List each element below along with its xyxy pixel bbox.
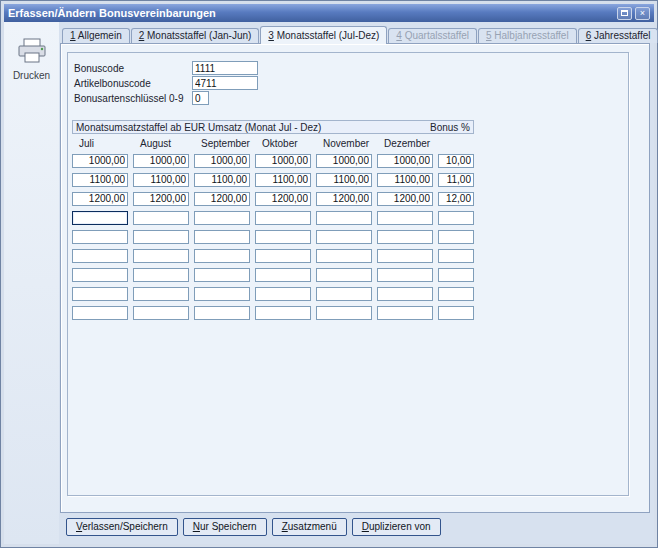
cell-input-august-row2[interactable] (133, 173, 189, 187)
cell-input-september-row3[interactable] (194, 192, 250, 206)
cell-input-oktober-row2[interactable] (255, 173, 311, 187)
bonus-input-row8[interactable] (438, 287, 474, 301)
tab-monatsstaffel-jan-jun[interactable]: 2 Monatsstaffel (Jan-Jun) (131, 28, 260, 43)
close-button[interactable]: × (635, 7, 650, 20)
bonus-input-row2[interactable] (438, 173, 474, 187)
column-header-dezember: Dezember (377, 138, 438, 149)
cell-input-oktober-row1[interactable] (255, 154, 311, 168)
cell-input-september-row5[interactable] (194, 230, 250, 244)
duplizieren-von-button[interactable]: Duplizieren von (352, 518, 441, 536)
cell-input-november-row6[interactable] (316, 249, 372, 263)
cell (133, 245, 194, 263)
bonuscode-input[interactable] (192, 61, 258, 75)
cell-input-juli-row7[interactable] (72, 268, 128, 282)
tab-jahresstaffel[interactable]: 6 Jahresstaffel (578, 28, 658, 43)
cell-input-november-row7[interactable] (316, 268, 372, 282)
artikelbonuscode-input[interactable] (192, 76, 258, 90)
bonus-input-row5[interactable] (438, 230, 474, 244)
bonus-input-row7[interactable] (438, 268, 474, 282)
cell (133, 226, 194, 244)
cell-input-august-row5[interactable] (133, 230, 189, 244)
tab-monatsstaffel-jul-dez[interactable]: 3 Monatsstaffel (Jul-Dez) (260, 26, 387, 44)
cell (72, 188, 133, 206)
cell-input-juli-row2[interactable] (72, 173, 128, 187)
bonusartenschluessel-input[interactable] (192, 91, 209, 105)
cell-input-juli-row8[interactable] (72, 287, 128, 301)
column-header-oktober: Oktober (255, 138, 316, 149)
cell-input-juli-row9[interactable] (72, 306, 128, 320)
cell (133, 188, 194, 206)
bonus-input-row4[interactable] (438, 211, 474, 225)
cell-input-dezember-row6[interactable] (377, 249, 433, 263)
bonus-input-row9[interactable] (438, 306, 474, 320)
cell-input-september-row8[interactable] (194, 287, 250, 301)
tab-label: Quartalsstaffel (402, 30, 469, 41)
cell-input-dezember-row5[interactable] (377, 230, 433, 244)
bonus-input-row1[interactable] (438, 154, 474, 168)
cell-input-august-row9[interactable] (133, 306, 189, 320)
cell-input-juli-row6[interactable] (72, 249, 128, 263)
cell (133, 150, 194, 168)
cell-input-dezember-row9[interactable] (377, 306, 433, 320)
staffel-row (72, 207, 628, 225)
cell-input-september-row1[interactable] (194, 154, 250, 168)
verlassen-speichern-button[interactable]: Verlassen/Speichern (66, 518, 178, 536)
cell (377, 302, 438, 320)
cell-input-juli-row1[interactable] (72, 154, 128, 168)
cell-input-november-row4[interactable] (316, 211, 372, 225)
bonus-input-row6[interactable] (438, 249, 474, 263)
cell-input-september-row4[interactable] (194, 211, 250, 225)
staffel-row (72, 150, 628, 168)
cell-input-august-row1[interactable] (133, 154, 189, 168)
bonus-cell (438, 188, 474, 206)
cell-input-juli-row4[interactable] (72, 211, 128, 225)
zusatzmenü-button[interactable]: Zusatzmenü (272, 518, 347, 536)
cell-input-oktober-row5[interactable] (255, 230, 311, 244)
cell-input-oktober-row9[interactable] (255, 306, 311, 320)
cell-input-oktober-row4[interactable] (255, 211, 311, 225)
cell-input-juli-row5[interactable] (72, 230, 128, 244)
column-header-november: November (316, 138, 377, 149)
cell-input-august-row6[interactable] (133, 249, 189, 263)
cell-input-september-row7[interactable] (194, 268, 250, 282)
cell-input-november-row8[interactable] (316, 287, 372, 301)
cell-input-dezember-row3[interactable] (377, 192, 433, 206)
footer-buttons: Verlassen/SpeichernNur SpeichernZusatzme… (66, 518, 441, 536)
cell-input-juli-row3[interactable] (72, 192, 128, 206)
tab-allgemein[interactable]: 1 Allgemein (62, 28, 130, 43)
cell-input-august-row3[interactable] (133, 192, 189, 206)
cell-input-august-row4[interactable] (133, 211, 189, 225)
bonus-cell (438, 169, 474, 187)
cell (133, 302, 194, 320)
cell (316, 245, 377, 263)
cell-input-oktober-row8[interactable] (255, 287, 311, 301)
cell-input-november-row3[interactable] (316, 192, 372, 206)
cell (133, 169, 194, 187)
cell (255, 169, 316, 187)
cell-input-dezember-row1[interactable] (377, 154, 433, 168)
cell-input-september-row9[interactable] (194, 306, 250, 320)
app-window: Erfassen/Ändern Bonusvereinbarungen × Dr… (0, 0, 658, 548)
cell (316, 302, 377, 320)
cell-input-november-row5[interactable] (316, 230, 372, 244)
cell-input-dezember-row7[interactable] (377, 268, 433, 282)
bonus-input-row3[interactable] (438, 192, 474, 206)
cell-input-september-row6[interactable] (194, 249, 250, 263)
cell-input-november-row9[interactable] (316, 306, 372, 320)
bonus-cell (438, 283, 474, 301)
cell-input-august-row7[interactable] (133, 268, 189, 282)
cell-input-dezember-row4[interactable] (377, 211, 433, 225)
cell-input-august-row8[interactable] (133, 287, 189, 301)
restore-button[interactable] (617, 7, 632, 20)
artikelbonuscode-row: Artikelbonuscode (72, 76, 628, 90)
cell-input-dezember-row8[interactable] (377, 287, 433, 301)
print-button[interactable]: Drucken (4, 38, 59, 81)
cell-input-september-row2[interactable] (194, 173, 250, 187)
nur-speichern-button[interactable]: Nur Speichern (183, 518, 267, 536)
cell-input-november-row1[interactable] (316, 154, 372, 168)
cell-input-dezember-row2[interactable] (377, 173, 433, 187)
cell-input-oktober-row3[interactable] (255, 192, 311, 206)
cell-input-november-row2[interactable] (316, 173, 372, 187)
cell-input-oktober-row7[interactable] (255, 268, 311, 282)
cell-input-oktober-row6[interactable] (255, 249, 311, 263)
